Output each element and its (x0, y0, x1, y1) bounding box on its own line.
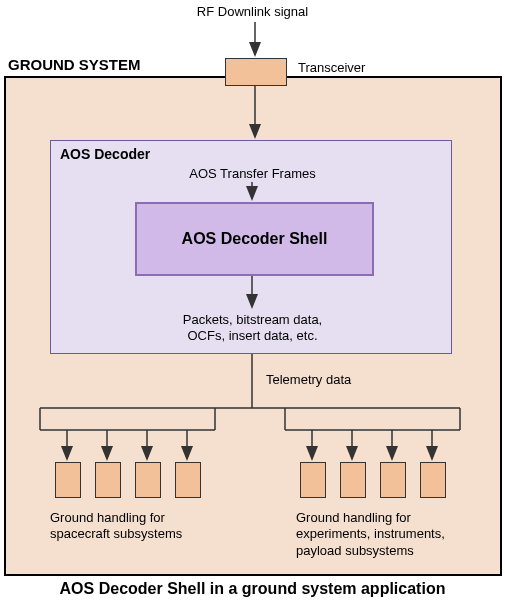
ground-system-title: GROUND SYSTEM (8, 56, 141, 73)
subsystem-box (420, 462, 446, 498)
rf-downlink-label: RF Downlink signal (0, 4, 505, 19)
aos-transfer-frames-label: AOS Transfer Frames (0, 166, 505, 181)
ground-handling-left-label: Ground handling for spacecraft subsystem… (50, 510, 250, 543)
figure-caption: AOS Decoder Shell in a ground system app… (0, 580, 505, 598)
subsystem-box (340, 462, 366, 498)
subsystem-box (95, 462, 121, 498)
subsystem-box (380, 462, 406, 498)
aos-decoder-title: AOS Decoder (60, 146, 150, 162)
aos-decoder-shell-box: AOS Decoder Shell (135, 202, 374, 276)
aos-decoder-shell-label: AOS Decoder Shell (182, 229, 328, 248)
subsystem-box (300, 462, 326, 498)
telemetry-data-label: Telemetry data (266, 372, 351, 387)
transceiver-box (225, 58, 287, 86)
transceiver-label: Transceiver (298, 60, 365, 75)
ground-handling-right-label: Ground handling for experiments, instrum… (296, 510, 496, 559)
subsystem-box (55, 462, 81, 498)
subsystem-box (175, 462, 201, 498)
subsystem-box (135, 462, 161, 498)
diagram-canvas: RF Downlink signal GROUND SYSTEM Transce… (0, 0, 505, 606)
packets-output-label: Packets, bitstream data, OCFs, insert da… (0, 312, 505, 345)
